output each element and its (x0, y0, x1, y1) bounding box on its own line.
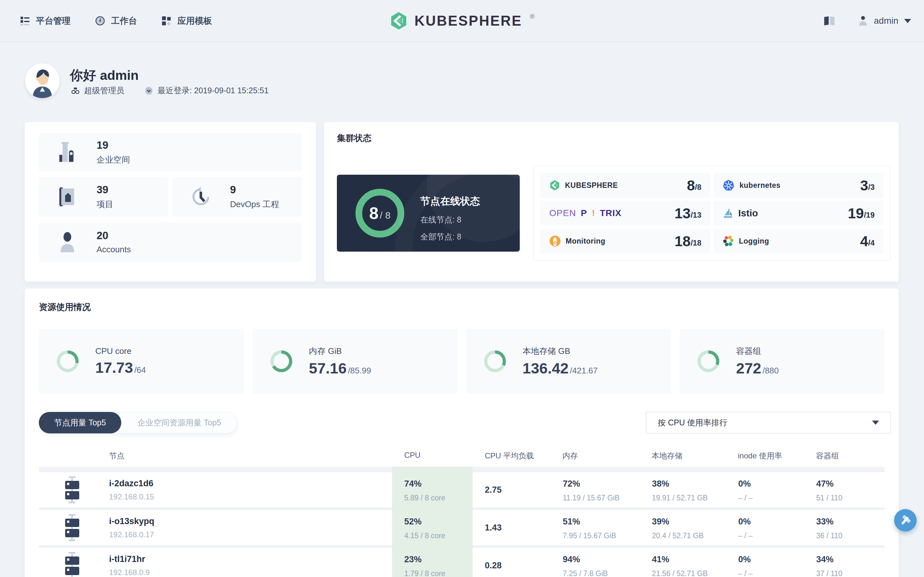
kubernetes-component-logo: kubernetes (722, 179, 780, 191)
node-text: i-tl1i71hr 192.168.0.9 (109, 554, 150, 577)
stat-text: 19 企业空间 (97, 139, 130, 165)
component-logging: Logging 4 /4 (714, 229, 884, 253)
tab-node-usage-top5[interactable]: 节点用量 Top5 (39, 412, 121, 434)
node-name: i-o13skypq (109, 516, 154, 526)
column-header-pods: 容器组 (804, 451, 885, 461)
component-name: Monitoring (565, 237, 606, 245)
openpitrix-text-open: OPEN (549, 208, 576, 218)
storage-percent: 39% (652, 517, 726, 527)
usage-tabs: 节点用量 Top5 企业空间资源用量 Top5 (39, 412, 237, 434)
resource-label: CPU core (95, 346, 146, 356)
component-total: /3 (868, 183, 875, 192)
usage-ring-chart (270, 350, 292, 372)
nav-item-platform[interactable]: 平台管理 (20, 15, 71, 27)
kubesphere-logo-icon (389, 11, 408, 31)
stat-value: 39 (97, 184, 113, 196)
component-count: 18 /18 (675, 234, 701, 248)
pods-detail: 36 / 110 (816, 532, 885, 540)
toolbox-fab-button[interactable] (894, 509, 917, 532)
greeting-meta: 超级管理员 最近登录: 2019-09-01 15:25:51 (71, 85, 268, 96)
resource-panel-title: 资源使用情况 (39, 301, 91, 313)
workspace-icon (57, 141, 78, 164)
logging-component-logo: Logging (722, 235, 769, 247)
sort-dropdown[interactable]: 按 CPU 使用率排行 (646, 412, 891, 434)
hammer-icon (899, 514, 911, 526)
role-icon (71, 87, 79, 95)
inode-cell: 0% – / – (726, 548, 804, 577)
total-nodes: 全部节点: 8 (420, 231, 480, 242)
inode-percent: 0% (738, 517, 804, 527)
storage-detail: 21.56 / 52.71 GB (652, 569, 726, 577)
table-row[interactable]: i-o13skypq 192.168.0.17 52% 4.15 / 8 cor… (39, 510, 885, 545)
storage-cell: 39% 20.4 / 52.71 GB (640, 510, 726, 545)
node-status-title: 节点在线状态 (420, 195, 480, 208)
stat-value: 9 (230, 184, 279, 196)
stat-label: Accounts (97, 245, 131, 255)
cpu-percent: 52% (404, 517, 473, 527)
component-count: 19 /19 (848, 206, 875, 221)
component-kubesphere: KUBESPHERE 8 /8 (540, 173, 710, 198)
usage-ring-chart (484, 350, 506, 372)
resource-cards: CPU core 17.73 /64 内存 GiB 57.16 /85 (39, 329, 885, 394)
project-icon (57, 185, 78, 208)
openpitrix-text-bang: ! (592, 208, 595, 218)
components-grid: KUBESPHERE 8 /8 (540, 173, 884, 253)
inode-percent: 0% (738, 479, 804, 489)
stat-label: 项目 (97, 199, 113, 210)
resource-total: /880 (762, 366, 779, 376)
server-icon (61, 551, 83, 577)
column-header-cpu: CPU (392, 451, 473, 461)
stat-card-projects[interactable]: 39 项目 (39, 177, 168, 217)
kubesphere-icon (549, 179, 560, 191)
user-name: admin (874, 16, 898, 26)
component-count: 4 /4 (860, 234, 875, 248)
component-name: Logging (739, 237, 769, 245)
column-header-storage: 本地存储 (640, 451, 726, 461)
components-box: KUBESPHERE 8 /8 (533, 166, 891, 261)
load-cell: 2.75 (473, 472, 550, 508)
cpu-detail: 1.79 / 8 core (404, 569, 473, 577)
docs-icon[interactable] (823, 16, 835, 26)
component-total: /19 (864, 211, 875, 219)
component-total: /18 (691, 239, 701, 247)
donut-value: 8 (369, 203, 379, 223)
resource-text: 容器组 272 /880 (736, 346, 779, 377)
pods-percent: 34% (816, 554, 885, 564)
component-value: 8 (687, 178, 695, 193)
component-total: /13 (691, 211, 701, 219)
storage-cell: 38% 19.91 / 52.71 GB (640, 472, 726, 508)
table-row[interactable]: i-2dazc1d6 192.168.0.15 74% 5.89 / 8 cor… (39, 472, 885, 508)
node-text: i-o13skypq 192.168.0.17 (109, 516, 154, 539)
stat-card-workspaces[interactable]: 19 企业空间 (39, 133, 302, 171)
kubesphere-component-logo: KUBESPHERE (549, 179, 618, 191)
node-online-card: 8 / 8 节点在线状态 在线节点: 8 全部节点: 8 (337, 175, 520, 251)
cpu-percent: 74% (404, 479, 473, 489)
component-name: Istio (738, 208, 758, 219)
cpu-percent: 23% (404, 554, 473, 564)
sort-dropdown-value: 按 CPU 使用率排行 (658, 417, 727, 428)
pods-cell: 47% 51 / 110 (804, 472, 885, 508)
node-ip: 192.168.0.15 (109, 492, 154, 501)
inode-detail: – / – (738, 569, 804, 577)
resource-value-row: 272 /880 (736, 359, 779, 377)
tab-workspace-usage-top5[interactable]: 企业空间资源用量 Top5 (121, 417, 237, 428)
devops-icon (190, 185, 212, 208)
pods-percent: 47% (816, 479, 885, 489)
nav-item-app-templates[interactable]: 应用模板 (162, 15, 212, 27)
nav-item-workbench[interactable]: 工作台 (95, 15, 137, 27)
table-row[interactable]: i-tl1i71hr 192.168.0.9 23% 1.79 / 8 core… (39, 548, 885, 577)
user-menu[interactable]: admin (858, 15, 911, 26)
stat-card-devops[interactable]: 9 DevOps 工程 (172, 177, 302, 217)
brand[interactable]: KUBESPHERE ® (389, 0, 535, 42)
component-kubernetes: kubernetes 3 /3 (714, 173, 884, 198)
stats-grid: 19 企业空间 39 项目 (39, 133, 302, 262)
storage-percent: 41% (652, 554, 726, 564)
node-name: i-tl1i71hr (109, 554, 150, 564)
component-name: KUBESPHERE (565, 181, 618, 190)
stat-value: 20 (97, 229, 131, 242)
stat-text: 39 项目 (97, 184, 113, 210)
column-header-memory: 内存 (550, 451, 640, 461)
chevron-down-icon (904, 19, 911, 23)
pods-cell: 34% 37 / 110 (804, 548, 885, 577)
stat-card-accounts[interactable]: 20 Accounts (39, 222, 302, 262)
